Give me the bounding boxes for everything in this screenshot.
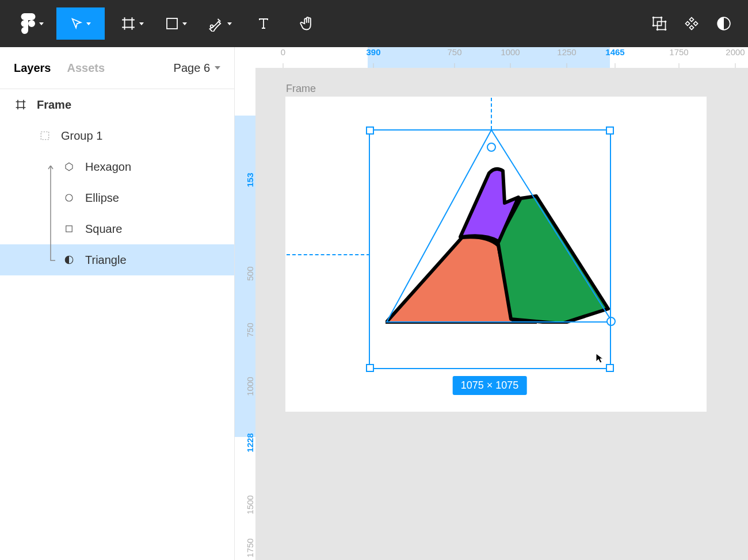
ruler-tick: 1750 — [669, 47, 688, 57]
ruler-tick: 153 — [245, 172, 255, 187]
shape-tool-button[interactable] — [160, 7, 192, 40]
canvas[interactable]: Frame — [255, 68, 748, 560]
layer-hexagon[interactable]: Hexagon — [0, 151, 234, 182]
ellipse-icon — [62, 191, 76, 205]
move-tool-icon — [70, 17, 83, 30]
svg-point-8 — [657, 29, 659, 31]
cursor-icon — [595, 352, 604, 364]
layer-label: Triangle — [85, 254, 127, 267]
svg-rect-13 — [66, 226, 72, 232]
selection-bounds[interactable] — [369, 129, 611, 369]
ruler-tick: 1750 — [245, 538, 255, 557]
layer-label: Square — [85, 223, 123, 236]
resize-handle-tr[interactable] — [606, 126, 614, 135]
main-menu-button[interactable] — [8, 7, 56, 40]
rectangle-tool-icon — [165, 17, 179, 30]
ruler-tick: 1000 — [501, 47, 520, 57]
svg-rect-0 — [167, 18, 177, 29]
frame-icon — [14, 98, 28, 112]
pen-tool-button[interactable] — [204, 7, 236, 40]
hand-tool-button[interactable] — [291, 7, 323, 40]
layer-group[interactable]: Group 1 — [0, 120, 234, 151]
ruler-tick: 1228 — [245, 433, 255, 452]
layer-triangle[interactable]: Triangle — [0, 244, 234, 275]
svg-rect-10 — [41, 132, 49, 140]
ruler-vertical[interactable]: 1535007501000122815001750 — [235, 68, 255, 560]
layer-frame[interactable]: Frame — [0, 89, 234, 120]
ruler-tick: 1000 — [245, 377, 255, 396]
ruler-horizontal[interactable]: 039075010001250146517502000 — [255, 47, 748, 68]
svg-point-4 — [661, 17, 663, 19]
svg-point-7 — [665, 29, 667, 31]
ruler-corner — [235, 47, 255, 68]
text-tool-icon — [257, 17, 270, 30]
ruler-tick: 1500 — [245, 495, 255, 514]
ruler-tick: 2000 — [726, 47, 745, 57]
mask-icon — [716, 16, 731, 31]
ruler-tick: 1465 — [605, 47, 624, 57]
guide-horizontal — [287, 254, 370, 255]
toolbar — [0, 0, 748, 47]
layer-label: Frame — [37, 98, 71, 112]
boolean-tool-button[interactable] — [643, 7, 676, 40]
component-icon — [684, 16, 700, 32]
resize-handle-bl[interactable] — [366, 364, 374, 372]
component-tool-button[interactable] — [676, 7, 708, 40]
square-icon — [62, 222, 76, 236]
text-tool-button[interactable] — [247, 7, 280, 40]
chevron-down-icon — [215, 66, 220, 70]
layer-square[interactable]: Square — [0, 213, 234, 244]
page-selector[interactable]: Page 6 — [174, 62, 220, 75]
guide-vertical — [491, 98, 492, 129]
mask-tool-button[interactable] — [708, 7, 740, 40]
layer-ellipse[interactable]: Ellipse — [0, 182, 234, 213]
svg-marker-11 — [66, 163, 72, 171]
frame-tool-button[interactable] — [116, 7, 148, 40]
canvas-area[interactable]: 039075010001250146517502000 153500750100… — [235, 47, 748, 560]
ruler-tick: 500 — [245, 266, 255, 281]
tab-assets[interactable]: Assets — [67, 62, 105, 75]
ruler-tick: 750 — [245, 323, 255, 337]
frame-title[interactable]: Frame — [286, 83, 316, 95]
ruler-tick: 750 — [447, 47, 461, 57]
ruler-tick: 390 — [366, 47, 380, 57]
layer-tree-line — [45, 166, 56, 269]
boolean-icon — [651, 16, 667, 32]
pen-tool-icon — [208, 16, 224, 32]
layer-label: Ellipse — [85, 191, 119, 205]
svg-point-3 — [652, 17, 655, 19]
layer-label: Hexagon — [85, 160, 131, 174]
frame-tool-icon — [121, 16, 136, 31]
page-label: Page 6 — [174, 62, 210, 75]
ruler-tick: 0 — [281, 47, 285, 57]
svg-point-5 — [652, 25, 655, 27]
tab-layers[interactable]: Layers — [14, 62, 51, 75]
move-tool-button[interactable] — [56, 7, 105, 40]
layers-panel: Layers Assets Page 6 Frame Group 1 — [0, 47, 235, 560]
dimensions-badge: 1075 × 1075 — [453, 376, 527, 395]
group-icon — [38, 129, 52, 143]
triangle-mask-icon — [62, 253, 76, 267]
figma-logo-icon — [21, 13, 36, 34]
ruler-tick: 1250 — [557, 47, 576, 57]
layer-label: Group 1 — [61, 129, 102, 143]
hand-tool-icon — [299, 16, 315, 32]
resize-handle-br[interactable] — [606, 364, 614, 372]
hexagon-icon — [62, 160, 76, 174]
resize-handle-tl[interactable] — [366, 126, 374, 135]
svg-point-12 — [66, 194, 72, 201]
svg-point-6 — [665, 21, 667, 23]
